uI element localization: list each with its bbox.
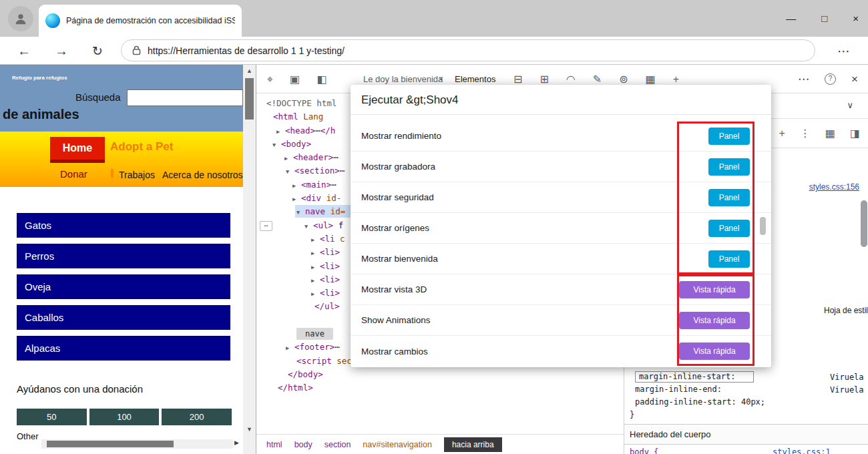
collapsed-arrow-icon[interactable]: ▶ xyxy=(311,246,320,260)
css-property-row[interactable]: } xyxy=(630,409,765,422)
quick-view-button[interactable]: Vista rápida xyxy=(679,343,750,360)
donation-button[interactable]: 50 xyxy=(17,409,87,425)
nav-jobs-link[interactable]: Trabajos xyxy=(119,170,155,180)
dom-tree-line[interactable]: </body> xyxy=(256,368,624,381)
panel-button[interactable]: Panel xyxy=(708,128,750,145)
grid-editor-icon[interactable]: ▦ xyxy=(825,127,835,140)
new-style-rule-icon[interactable]: + xyxy=(779,128,785,140)
browser-menu-icon[interactable]: ⋯ xyxy=(837,37,850,65)
stylesheet-link[interactable]: styles.css:156 xyxy=(809,182,859,192)
minimize-button[interactable]: — xyxy=(786,13,796,24)
quick-view-button[interactable]: Vista rápida xyxy=(679,312,750,329)
address-bar[interactable]: https://Herramientas de desarrollo 1 1 y… xyxy=(121,39,815,61)
collapsed-arrow-icon[interactable]: ▶ xyxy=(311,287,320,300)
category-button[interactable]: Oveja xyxy=(17,274,230,299)
command-item[interactable]: Mostrar cambiosVista rápida xyxy=(351,336,771,367)
add-panel-icon[interactable]: + xyxy=(673,73,679,85)
nav-home-link[interactable]: Home xyxy=(50,137,105,160)
console-icon[interactable]: ⊟ xyxy=(513,73,522,85)
dom-tree-line[interactable]: </html> xyxy=(256,381,624,395)
device-emulation-icon[interactable]: ▣ xyxy=(290,73,300,85)
command-item[interactable]: Mostrar grabadoraPanel xyxy=(351,152,771,182)
stylesheet-link-body[interactable]: styles.css:1 xyxy=(773,447,831,454)
quick-view-button[interactable]: Vista rápida xyxy=(679,281,750,298)
pseudo-class-icon[interactable]: ⋮ xyxy=(800,127,811,140)
forward-icon[interactable]: → xyxy=(55,37,68,65)
back-icon[interactable]: ← xyxy=(17,37,31,65)
command-item[interactable]: Mostrar bienvenidaPanel xyxy=(351,244,771,274)
nav-about-link[interactable]: Acerca de nosotros xyxy=(162,170,243,180)
expanded-arrow-icon[interactable]: ▼ xyxy=(272,138,281,152)
nav-node-chip[interactable]: nave xyxy=(296,328,333,340)
dom-more-icon[interactable]: ⋯ xyxy=(260,221,272,231)
palette-scrollbar-thumb[interactable] xyxy=(760,217,766,235)
devtools-close-icon[interactable]: × xyxy=(851,73,858,86)
vertical-scrollbar[interactable]: ▲ ▼ xyxy=(243,65,256,454)
command-item[interactable]: Mostrar rendimientoPanel xyxy=(351,121,771,152)
panel-button[interactable]: Panel xyxy=(708,220,750,237)
category-button[interactable]: Alpacas xyxy=(17,336,230,361)
scroll-right-icon[interactable]: ▶ xyxy=(234,439,239,446)
profile-avatar[interactable] xyxy=(8,6,33,31)
panel-button[interactable]: Panel xyxy=(708,189,750,206)
refresh-icon[interactable]: ↻ xyxy=(92,37,103,65)
performance-icon[interactable]: ⊚ xyxy=(619,73,628,85)
expanded-arrow-icon[interactable]: ▼ xyxy=(304,220,313,233)
breadcrumb-item[interactable]: section xyxy=(324,440,351,449)
maximize-button[interactable]: □ xyxy=(821,13,827,24)
css-property-name[interactable]: margin-inline-start: xyxy=(635,371,754,383)
breadcrumb-item[interactable]: body xyxy=(294,440,312,449)
category-button[interactable]: Gatos xyxy=(17,213,230,238)
css-property-value[interactable]: Viruela xyxy=(830,385,864,396)
collapsed-arrow-icon[interactable]: ▶ xyxy=(286,341,294,355)
hscroll-thumb[interactable] xyxy=(47,441,174,447)
expanded-arrow-icon[interactable]: ▼ xyxy=(296,206,305,219)
category-button[interactable]: Caballos xyxy=(17,305,230,330)
vscroll-thumb[interactable] xyxy=(245,78,254,120)
css-property-row[interactable]: margin-inline-start:Viruela xyxy=(630,371,765,384)
nav-donate-link[interactable]: Donar xyxy=(60,168,87,180)
layout-icon[interactable]: ▦ xyxy=(646,73,656,85)
collapsed-arrow-icon[interactable]: ▶ xyxy=(292,192,301,206)
lock-icon[interactable] xyxy=(132,45,141,55)
network-icon[interactable]: ◠ xyxy=(566,73,576,85)
collapsed-arrow-icon[interactable]: ▶ xyxy=(311,233,320,246)
collapsed-arrow-icon[interactable]: ▶ xyxy=(276,125,285,138)
expanded-arrow-icon[interactable]: ▼ xyxy=(286,165,294,178)
styles-scrollbar-thumb[interactable] xyxy=(861,200,867,247)
css-property-name[interactable]: padding-inline-start: 40px; xyxy=(635,397,765,407)
horizontal-scrollbar[interactable] xyxy=(41,439,233,449)
close-button[interactable]: × xyxy=(853,13,859,24)
breadcrumb-item[interactable]: html xyxy=(266,440,282,449)
css-property-value[interactable]: Viruela xyxy=(830,372,864,383)
panel-button[interactable]: Panel xyxy=(708,158,750,176)
panel-button[interactable]: Panel xyxy=(708,250,750,268)
collapsed-arrow-icon[interactable]: ▶ xyxy=(284,152,293,165)
css-property-name[interactable]: } xyxy=(630,410,634,419)
chevron-down-icon[interactable]: ∨ xyxy=(847,100,853,110)
nav-adopt-link[interactable]: Adopt a Pet xyxy=(110,140,173,154)
computed-sidebar-icon[interactable]: ◨ xyxy=(850,127,860,140)
search-input[interactable] xyxy=(127,89,243,106)
command-item[interactable]: Mostrar vista 3DVista rápida xyxy=(351,274,771,305)
command-item[interactable]: Mostrar seguridadPanel xyxy=(351,182,771,213)
donation-button[interactable]: 100 xyxy=(89,409,160,425)
body-selector[interactable]: body { xyxy=(630,447,658,454)
command-item[interactable]: Mostrar orígenesPanel xyxy=(351,213,771,244)
inspect-icon[interactable]: ⌖ xyxy=(267,73,273,85)
help-icon[interactable]: ? xyxy=(825,73,836,85)
collapsed-arrow-icon[interactable]: ▶ xyxy=(311,260,320,274)
issues-icon[interactable]: ⊞ xyxy=(539,73,548,85)
devtools-more-icon[interactable]: ⋯ xyxy=(798,72,809,86)
command-item[interactable]: Show AnimationsVista rápida xyxy=(351,305,771,336)
collapsed-arrow-icon[interactable]: ▶ xyxy=(311,274,320,287)
dock-side-icon[interactable]: ◧ xyxy=(316,73,327,85)
browser-tab[interactable]: Página de demostración con accesibilidad… xyxy=(39,5,242,37)
scroll-up-icon[interactable]: ▲ xyxy=(243,67,256,74)
breadcrumb-item[interactable]: nav#sitenavigation xyxy=(363,440,432,449)
category-button[interactable]: Perros xyxy=(17,244,230,268)
css-property-name[interactable]: margin-inline-end: xyxy=(635,385,722,394)
scroll-down-icon[interactable]: ▼ xyxy=(243,426,256,433)
css-property-row[interactable]: margin-inline-end:Viruela xyxy=(630,384,765,397)
css-property-row[interactable]: padding-inline-start: 40px; xyxy=(630,397,765,409)
